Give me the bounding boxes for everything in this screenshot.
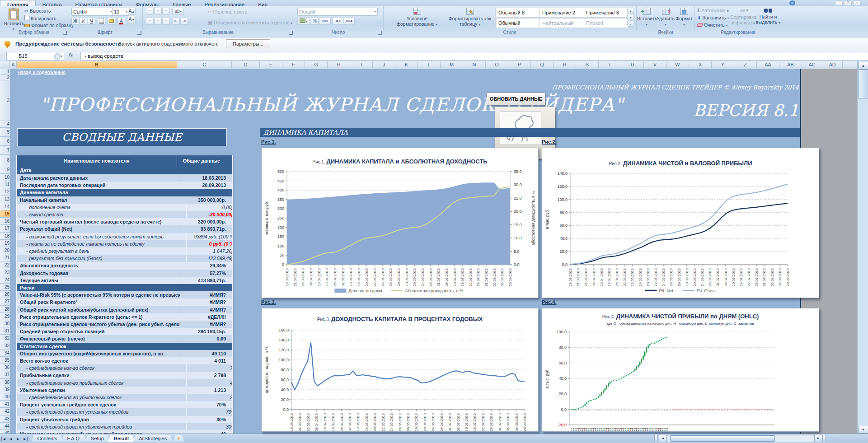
column-header-Y[interactable]: Y (712, 61, 734, 68)
decrease-decimal-button[interactable]: ,00► (344, 18, 355, 25)
column-header-U[interactable]: U (621, 61, 644, 68)
insert-cells-button[interactable]: + Вставить▾ (637, 8, 656, 28)
horizontal-scroll-thumb[interactable] (670, 435, 775, 442)
back-to-contents-link[interactable]: назад к содержанию (18, 70, 66, 75)
column-header-G[interactable]: G (305, 61, 328, 68)
window-close-button[interactable]: × (853, 0, 861, 6)
row-header-25[interactable]: 25 (0, 284, 10, 291)
decrease-indent-button[interactable]: ⇤ (172, 18, 180, 25)
row-header-24[interactable]: 24 (0, 276, 10, 284)
row-header-42[interactable]: 42 (0, 408, 10, 415)
hscroll-track[interactable] (667, 435, 814, 442)
row-value-cell[interactable]: 0 руб. (0 %) (177, 240, 232, 247)
cell-style-Обычный[interactable]: Обычный (495, 18, 541, 28)
row-value-cell[interactable]: 20.09.2013 (177, 182, 232, 189)
row-header-23[interactable]: 23 (0, 269, 10, 276)
number-format-select[interactable]: Общий▾ (297, 8, 378, 16)
column-header-F[interactable]: F (282, 61, 305, 68)
fill-color-button[interactable] (108, 18, 115, 25)
row-label-cell[interactable]: Риск отрицательных сделок чистого убытка… (17, 321, 180, 328)
column-header-E[interactable]: E (260, 61, 282, 68)
row-header-2[interactable]: 2 (0, 75, 10, 80)
chart-fig2[interactable]: Рис.2. ДИНАМИКА ЧИСТОЙ и ВАЛОВОЙ ПРИБЫЛИ… (542, 148, 819, 298)
row-value-cell[interactable]: 123 599,49р. (177, 255, 232, 262)
column-header-O[interactable]: O (486, 61, 508, 68)
row-label-cell[interactable]: Средний размер открытых позиций (17, 328, 180, 335)
cell-style-Нейтральный[interactable]: Нейтральный (539, 18, 585, 28)
update-data-button[interactable]: ОБНОВИТЬ ДАННЫЕ (487, 93, 545, 105)
wrap-text-button[interactable]: ↵ Перенос текста (208, 9, 248, 15)
column-header-AA[interactable]: AA (757, 61, 779, 68)
row-value-cell[interactable]: 284 193,15р. (177, 328, 232, 335)
chart-fig3[interactable]: Рис.3. ДОХОДНОСТЬ КАПИТАЛА В ПРОЦЕНТАХ Г… (261, 308, 539, 432)
row-header-5[interactable]: 5 (0, 128, 10, 137)
number-dialog-launcher[interactable] (378, 31, 382, 35)
format-cells-button[interactable]: ▦ Формат▾ (675, 8, 693, 28)
row-value-cell[interactable]: 93894 руб. (100 %) (177, 233, 232, 240)
row-header-37[interactable]: 37 (0, 371, 10, 378)
row-value-cell[interactable]: 18.03.2013 (177, 174, 232, 182)
hscroll-splitter[interactable] (654, 435, 658, 442)
row-header-31[interactable]: 31 (0, 327, 10, 335)
column-header-Q[interactable]: Q (531, 61, 554, 68)
row-label-cell[interactable]: - возможный результат, если бы соблюдалс… (17, 233, 187, 240)
fig2-link[interactable]: Рис.2. (542, 139, 556, 145)
column-header-A[interactable]: A (10, 61, 17, 68)
row-label-cell[interactable]: - вывод средств (17, 211, 187, 218)
row-label-cell[interactable]: Убыточные сделки (17, 387, 180, 394)
row-value-cell[interactable]: #ИМЯ? (177, 321, 232, 328)
scroll-down-button[interactable]: ▼ (858, 426, 868, 434)
column-header-H[interactable]: H (328, 61, 350, 68)
row-label-cell[interactable]: Оборот инструментов (акций/фьючерсных ко… (17, 350, 180, 357)
row-header-41[interactable]: 41 (0, 401, 10, 408)
row-header-14[interactable]: 14 (0, 203, 10, 210)
column-header-T[interactable]: T (599, 61, 621, 68)
borders-button[interactable] (98, 18, 105, 25)
row-header-27[interactable]: 27 (0, 298, 10, 305)
row-label-cell[interactable]: - результат без комиссии (Gross) (17, 255, 187, 262)
row-header-39[interactable]: 39 (0, 386, 10, 393)
shrink-font-button[interactable]: A▼ (128, 16, 136, 23)
increase-decimal-button[interactable]: ◄,0 (333, 18, 343, 25)
autosum-button[interactable]: Σ Автосумма ▾ (697, 7, 729, 14)
row-label-cell[interactable]: - среднедневное кол-во сделок (17, 364, 187, 372)
row-header-34[interactable]: 34 (0, 350, 10, 357)
chart-fig4[interactable]: Рис.4. ДИНАМИКА ЧИСТОЙ ПРИБЫЛИ по ДНЯМ (… (542, 308, 819, 432)
row-header-7[interactable]: 7 (0, 146, 10, 155)
row-label-cell[interactable]: Последняя дата торговых операций (17, 182, 180, 189)
row-value-cell[interactable]: 30% (177, 423, 232, 430)
paste-button[interactable]: Вставить ▾ (4, 7, 23, 30)
row-value-cell[interactable]: 21 (177, 394, 232, 401)
row-header-26[interactable]: 26 (0, 291, 10, 298)
row-value-cell[interactable]: 0,00р. (177, 204, 232, 211)
hscroll-left-button[interactable]: ◄ (659, 435, 667, 442)
vertical-scroll-thumb[interactable] (858, 70, 868, 98)
row-header-36[interactable]: 36 (0, 364, 10, 371)
row-label-cell[interactable]: Абсолютная доходность (17, 262, 180, 269)
column-header-X[interactable]: X (689, 61, 712, 68)
row-header-15[interactable]: 15 (0, 210, 10, 218)
ribbon-tab-Рецензирование[interactable]: Рецензирование (197, 0, 251, 6)
row-value-cell[interactable]: #ИМЯ? (177, 298, 232, 306)
row-header-29[interactable]: 29 (0, 313, 10, 320)
row-label-cell[interactable]: - пополнение счета (17, 204, 187, 211)
fig4-link[interactable]: Рис.4. (542, 299, 556, 305)
row-header-43[interactable]: 43 (0, 415, 10, 423)
row-value-cell[interactable]: 29,34% (177, 262, 232, 269)
cell-style-Обычный 8[interactable]: Обычный 8 (495, 8, 541, 18)
select-all-corner[interactable] (0, 61, 10, 68)
row-header-28[interactable]: 28 (0, 306, 10, 313)
orientation-button[interactable]: ab▾ (172, 8, 184, 15)
row-label-cell[interactable]: Всего кол-во сделок (17, 357, 180, 364)
row-header-19[interactable]: 19 (0, 240, 10, 247)
alignment-dialog-launcher[interactable] (289, 31, 293, 35)
vertical-scrollbar[interactable]: ▲ ▼ (857, 61, 868, 434)
row-value-cell[interactable]: -30 000,00р. (177, 211, 232, 218)
align-top-button[interactable]: ≡ (146, 8, 154, 15)
help-button[interactable]: ? (789, 0, 795, 5)
row-value-cell[interactable]: #ИМЯ? (177, 291, 232, 298)
column-header-AD[interactable]: AD (822, 61, 843, 68)
row-header-20[interactable]: 20 (0, 247, 10, 254)
fill-button[interactable]: ⬇ Заполнить ▾ (697, 14, 729, 22)
row-header-33[interactable]: 33 (0, 342, 10, 350)
